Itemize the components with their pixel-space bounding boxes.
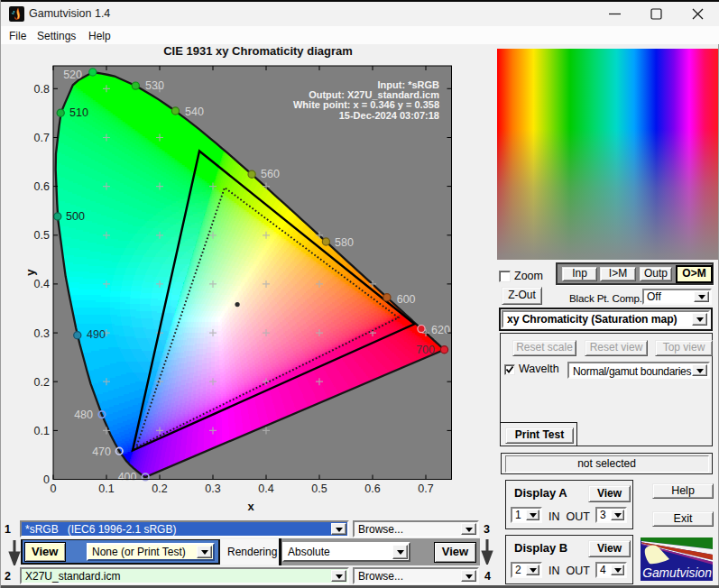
svg-text:0.8: 0.8 [34, 83, 50, 96]
svg-text:0.1: 0.1 [34, 425, 50, 437]
svg-text:700: 700 [416, 344, 435, 356]
svg-text:400: 400 [118, 471, 137, 483]
svg-text:0.6: 0.6 [34, 180, 50, 193]
svg-text:600: 600 [397, 293, 416, 306]
svg-text:580: 580 [335, 236, 354, 249]
svg-text:Gamutvision: Gamutvision [642, 566, 712, 580]
svg-text:0.5: 0.5 [34, 229, 50, 242]
svg-text:x: x [247, 500, 254, 513]
svg-text:0.3: 0.3 [34, 327, 50, 340]
svg-text:y: y [23, 269, 37, 276]
svg-text:470: 470 [92, 446, 111, 458]
svg-text:490: 490 [87, 328, 106, 341]
svg-text:0.7: 0.7 [418, 482, 433, 495]
svg-text:0.1: 0.1 [98, 482, 114, 495]
svg-text:0.3: 0.3 [205, 482, 220, 495]
svg-text:0.2: 0.2 [152, 482, 167, 495]
svg-text:540: 540 [185, 106, 204, 118]
svg-text:0.4: 0.4 [34, 278, 50, 290]
svg-text:0: 0 [51, 482, 57, 495]
svg-text:0.2: 0.2 [34, 376, 50, 389]
svg-text:15-Dec-2024 03:07:18: 15-Dec-2024 03:07:18 [339, 110, 439, 121]
svg-text:560: 560 [261, 168, 280, 180]
svg-text:500: 500 [66, 210, 85, 223]
svg-text:0.6: 0.6 [364, 482, 380, 495]
svg-text:510: 510 [69, 106, 88, 119]
svg-text:620: 620 [431, 324, 450, 336]
svg-text:530: 530 [145, 79, 164, 92]
svg-text:0: 0 [43, 473, 50, 486]
svg-text:480: 480 [74, 409, 93, 421]
svg-text:520: 520 [63, 69, 82, 81]
svg-text:0.7: 0.7 [34, 132, 50, 144]
svg-text:0.5: 0.5 [311, 482, 327, 495]
svg-text:White point: x = 0.346 y = 0: White point: x = 0.346 y = 0.358 [293, 99, 439, 110]
svg-text:CIE 1931 xy Chromaticity diagr: CIE 1931 xy Chromaticity diagram [163, 44, 353, 58]
svg-text:0.4: 0.4 [258, 482, 273, 495]
